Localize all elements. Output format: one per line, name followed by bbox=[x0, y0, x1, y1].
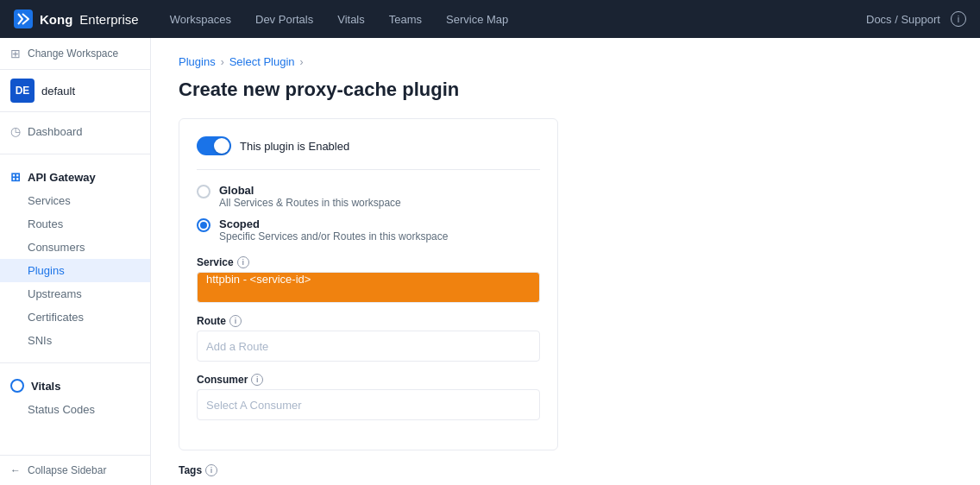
nav-workspaces[interactable]: Workspaces bbox=[160, 8, 242, 31]
route-field: Route i bbox=[197, 315, 540, 362]
sidebar-divider-1 bbox=[0, 154, 150, 154]
service-input-selected[interactable]: httpbin - <service-id> bbox=[197, 272, 540, 303]
brand-logo[interactable]: Kong Enterprise bbox=[14, 9, 139, 28]
route-label-row: Route i bbox=[197, 315, 540, 327]
sidebar-item-certificates[interactable]: Certificates bbox=[0, 305, 150, 329]
dashboard-label: Dashboard bbox=[28, 125, 83, 138]
sidebar-section-vitals: Vitals Status Codes bbox=[0, 367, 150, 428]
plugin-enabled-toggle[interactable] bbox=[197, 136, 231, 155]
scoped-text: Scoped Specific Services and/or Routes i… bbox=[219, 217, 448, 243]
consumer-input[interactable] bbox=[197, 389, 540, 420]
collapse-arrow-icon: ← bbox=[10, 464, 21, 476]
consumer-info-icon[interactable]: i bbox=[251, 374, 263, 386]
scoped-title: Scoped bbox=[219, 217, 448, 230]
tags-label-row: Tags i bbox=[179, 464, 558, 476]
breadcrumb-separator-2: › bbox=[300, 56, 304, 68]
route-label-text: Route bbox=[197, 315, 226, 327]
global-desc: All Services & Routes in this workspace bbox=[219, 197, 401, 209]
sidebar-item-upstreams[interactable]: Upstreams bbox=[0, 282, 150, 305]
tags-section: Tags i bbox=[179, 464, 558, 476]
breadcrumb-separator-1: › bbox=[221, 56, 224, 68]
change-workspace-label: Change Workspace bbox=[28, 47, 118, 60]
api-gateway-header[interactable]: ⊞ API Gateway bbox=[0, 165, 150, 189]
sidebar-section-api-gateway: ⊞ API Gateway Services Routes Consumers … bbox=[0, 158, 150, 359]
plugin-enabled-label: This plugin is Enabled bbox=[240, 140, 349, 153]
nav-dev-portals[interactable]: Dev Portals bbox=[245, 8, 324, 31]
sidebar-item-consumers[interactable]: Consumers bbox=[0, 236, 150, 259]
main-content: Plugins › Select Plugin › Create new pro… bbox=[151, 38, 980, 485]
sidebar-item-services[interactable]: Services bbox=[0, 189, 150, 212]
global-title: Global bbox=[219, 184, 401, 197]
collapse-sidebar-button[interactable]: ← Collapse Sidebar bbox=[0, 455, 150, 485]
top-navigation: Kong Enterprise Workspaces Dev Portals V… bbox=[0, 0, 980, 38]
form-card: This plugin is Enabled Global All Servic… bbox=[179, 118, 558, 450]
brand-kong-text: Kong bbox=[40, 12, 72, 27]
service-label-text: Service bbox=[197, 256, 234, 268]
nav-teams[interactable]: Teams bbox=[379, 8, 432, 31]
consumer-label-row: Consumer i bbox=[197, 374, 540, 386]
vitals-icon bbox=[10, 379, 24, 393]
tags-info-icon[interactable]: i bbox=[205, 464, 217, 476]
workspace-row[interactable]: DE default bbox=[0, 70, 150, 112]
vitals-label: Vitals bbox=[31, 380, 60, 393]
info-icon[interactable]: i bbox=[951, 11, 966, 27]
breadcrumb-plugins[interactable]: Plugins bbox=[179, 55, 216, 68]
brand-enterprise-text: Enterprise bbox=[79, 12, 138, 27]
nav-right: Docs / Support i bbox=[866, 11, 966, 27]
scoped-radio[interactable] bbox=[197, 218, 210, 232]
sidebar-item-status-codes[interactable]: Status Codes bbox=[0, 398, 150, 421]
change-workspace-button[interactable]: ⊞ Change Workspace bbox=[0, 38, 150, 70]
nav-service-map[interactable]: Service Map bbox=[436, 8, 518, 31]
sidebar-item-plugins[interactable]: Plugins bbox=[0, 259, 150, 282]
service-info-icon[interactable]: i bbox=[237, 256, 249, 268]
main-layout: ⊞ Change Workspace DE default ◷ Dashboar… bbox=[0, 38, 980, 485]
grid-icon: ⊞ bbox=[10, 47, 21, 60]
route-info-icon[interactable]: i bbox=[229, 315, 242, 327]
api-gateway-icon: ⊞ bbox=[10, 170, 21, 184]
consumer-field: Consumer i bbox=[197, 374, 540, 420]
breadcrumb-select-plugin[interactable]: Select Plugin bbox=[229, 55, 295, 68]
consumer-label-text: Consumer bbox=[197, 374, 248, 386]
service-field: Service i httpbin - <service-id> bbox=[197, 256, 540, 303]
vitals-header[interactable]: Vitals bbox=[0, 374, 150, 398]
workspace-name: default bbox=[41, 85, 75, 98]
collapse-sidebar-label: Collapse Sidebar bbox=[28, 464, 106, 476]
page-title: Create new proxy-cache plugin bbox=[179, 79, 952, 101]
sidebar-item-dashboard[interactable]: ◷ Dashboard bbox=[0, 119, 150, 143]
workspace-badge: DE bbox=[10, 79, 35, 103]
sidebar-item-snis[interactable]: SNIs bbox=[0, 329, 150, 352]
breadcrumb: Plugins › Select Plugin › bbox=[179, 55, 952, 68]
plugin-enabled-row: This plugin is Enabled bbox=[197, 136, 540, 170]
scope-radio-group: Global All Services & Routes in this wor… bbox=[197, 184, 540, 243]
sidebar-section-dashboard: ◷ Dashboard bbox=[0, 112, 150, 150]
nav-vitals[interactable]: Vitals bbox=[327, 8, 375, 31]
nav-links: Workspaces Dev Portals Vitals Teams Serv… bbox=[160, 8, 866, 31]
global-text: Global All Services & Routes in this wor… bbox=[219, 184, 401, 209]
route-input[interactable] bbox=[197, 331, 540, 362]
docs-support-link[interactable]: Docs / Support bbox=[866, 13, 940, 26]
sidebar: ⊞ Change Workspace DE default ◷ Dashboar… bbox=[0, 38, 151, 485]
sidebar-item-routes[interactable]: Routes bbox=[0, 212, 150, 236]
sidebar-divider-2 bbox=[0, 362, 150, 363]
dashboard-icon: ◷ bbox=[10, 124, 21, 138]
service-label-row: Service i bbox=[197, 256, 540, 268]
scoped-desc: Specific Services and/or Routes in this … bbox=[219, 230, 448, 243]
kong-logo-icon bbox=[14, 9, 33, 28]
global-radio[interactable] bbox=[197, 185, 210, 198]
scoped-option[interactable]: Scoped Specific Services and/or Routes i… bbox=[197, 217, 540, 243]
global-option[interactable]: Global All Services & Routes in this wor… bbox=[197, 184, 540, 209]
tags-label-text: Tags bbox=[179, 464, 202, 476]
api-gateway-label: API Gateway bbox=[28, 171, 96, 184]
